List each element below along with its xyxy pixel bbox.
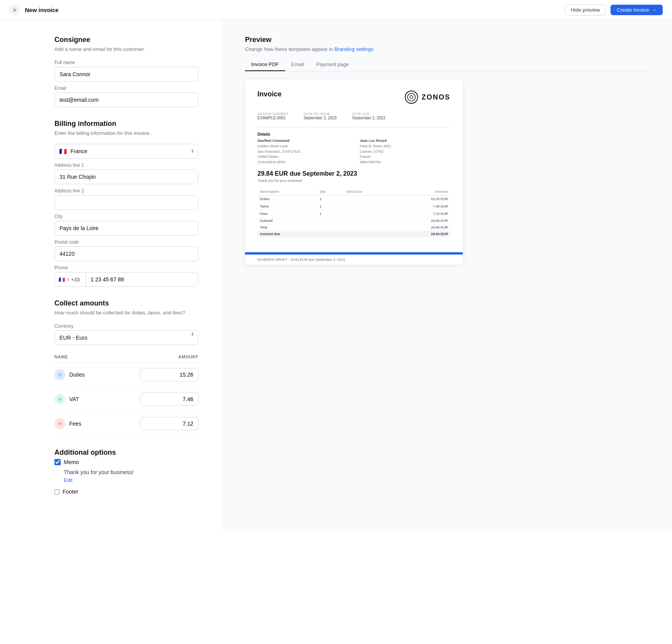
collect-desc: How much should be collected for duties,… (54, 310, 198, 316)
consignee-title: Consignee (54, 36, 198, 44)
address2-input[interactable] (54, 195, 198, 210)
create-invoice-button[interactable]: Create invoice → (611, 5, 663, 15)
fees-qty: 1 (317, 210, 344, 218)
currency-label: Currency (54, 323, 198, 329)
zonos-logo-icon (404, 90, 418, 104)
full-name-label: Full name (54, 60, 198, 65)
main-layout: Consignee Add a name and email for this … (0, 20, 672, 531)
email-input[interactable] (54, 92, 198, 107)
app-header: ✕ New invoice Hide preview Create invoic… (0, 0, 672, 20)
taxes-unit-price (344, 203, 396, 210)
country-select-wrapper: 🇫🇷 France ⬍ (54, 144, 198, 159)
bill-from-address: Golden Street LaneSan Francisco, 2743-27… (257, 144, 348, 165)
fees-row: ! Fees (54, 412, 198, 436)
collect-title: Collect amounts (54, 299, 198, 307)
total-label: Total (257, 224, 396, 231)
bill-from-label: Starfleet Command (257, 139, 348, 143)
city-label: City (54, 214, 198, 219)
additional-section: Additional options Memo Thank you for yo… (54, 449, 198, 495)
city-group: City (54, 214, 198, 236)
consignee-section: Consignee Add a name and email for this … (54, 36, 198, 107)
preview-desc: Change how these templates appear in Bra… (245, 46, 649, 52)
amount-col-header: AMOUNT (178, 354, 198, 359)
header-right: Hide preview Create invoice → (565, 4, 663, 16)
duties-label: Duties (69, 372, 85, 378)
tab-email[interactable]: Email (285, 58, 310, 71)
collect-section: Collect amounts How much should be colle… (54, 299, 198, 436)
table-row: Fees 1 7.12 EUR (257, 210, 450, 218)
tab-invoice-pdf[interactable]: Invoice PDF (245, 58, 285, 71)
desc-col-header: Description (257, 188, 317, 195)
fees-icon: ! (54, 418, 65, 429)
phone-flag: 🇫🇷 (59, 277, 65, 283)
duties-row-left: ↑ Duties (54, 369, 85, 380)
page-title: New invoice (25, 7, 59, 13)
billing-section: Billing information Enter the billing in… (54, 120, 198, 287)
invoice-details-cols: Starfleet Command Golden Street LaneSan … (257, 139, 450, 165)
invoice-number-label: Invoice number (257, 112, 288, 116)
footer-checkbox-row: Footer (54, 489, 198, 495)
vat-icon: ✓ (54, 394, 65, 405)
vat-row: ✓ VAT (54, 387, 198, 412)
right-panel: Preview Change how these templates appea… (222, 20, 672, 531)
memo-checkbox-row: Memo (54, 459, 198, 465)
billing-desc: Enter the billing information for this i… (54, 130, 198, 136)
hide-preview-button[interactable]: Hide preview (565, 4, 606, 16)
address1-input[interactable] (54, 169, 198, 184)
invoice-card-inner: Invoice ZONOS Invoice number (245, 79, 463, 252)
qty-col-header: Qty (317, 188, 344, 195)
tab-payment-page[interactable]: Payment page (310, 58, 355, 71)
postal-label: Postal code (54, 239, 198, 245)
invoice-number-group: Invoice number EXAMPLE-0001 (257, 112, 288, 120)
preview-tabs: Invoice PDF Email Payment page (245, 58, 649, 72)
invoice-thank-you: Thank you for your business! (257, 179, 450, 183)
invoice-due-label: Date due (352, 112, 385, 116)
phone-prefix[interactable]: 🇫🇷 ⬍ +33 (55, 273, 86, 286)
invoice-issue-value: September 2, 2023 (304, 116, 337, 120)
address2-label: Address line 2 (54, 188, 198, 194)
amount-due-value: 29.84 EUR (396, 231, 450, 237)
memo-checkbox-label[interactable]: Memo (64, 459, 79, 465)
branding-settings-link[interactable]: Branding settings (334, 46, 373, 52)
duties-amount: 15.26 EUR (396, 195, 450, 203)
phone-label: Phone (54, 265, 198, 271)
header-left: ✕ New invoice (9, 5, 59, 16)
total-value: 29.84 EUR (396, 224, 450, 231)
svg-point-6 (405, 91, 418, 103)
footer-checkbox-label[interactable]: Footer (63, 489, 78, 495)
currency-group: Currency EUR - Euro ⬍ (54, 323, 198, 345)
svg-text:!: ! (60, 422, 61, 426)
chevron-icon: ⬍ (66, 277, 70, 282)
city-input[interactable] (54, 221, 198, 236)
phone-input[interactable] (86, 272, 198, 286)
country-select[interactable]: France (54, 144, 198, 159)
close-button[interactable]: ✕ (9, 5, 20, 16)
edit-link[interactable]: Edit (64, 477, 72, 483)
amounts-table: NAME AMOUNT ↑ Duties (54, 351, 198, 436)
invoice-card-header: Invoice ZONOS (257, 90, 450, 104)
duties-amount-input[interactable] (140, 368, 198, 381)
fees-unit-price (344, 210, 396, 218)
invoice-issue-label: Date of issue (304, 112, 337, 116)
full-name-input[interactable] (54, 67, 198, 82)
invoice-amount-due-statement: 29.84 EUR due September 2, 2023 (257, 170, 450, 177)
address2-group: Address line 2 (54, 188, 198, 210)
footer-checkbox[interactable] (54, 489, 60, 494)
currency-select[interactable]: EUR - Euro (54, 330, 198, 345)
bill-to-address: Paris B, Room 3821Cannes, 07762France498… (360, 144, 450, 165)
postal-group: Postal code (54, 239, 198, 261)
fees-amount-input[interactable] (140, 417, 198, 430)
left-panel: Consignee Add a name and email for this … (0, 20, 222, 531)
zonos-text: ZONOS (422, 93, 450, 101)
address1-label: Address line 1 (54, 162, 198, 168)
postal-input[interactable] (54, 246, 198, 261)
invoice-word: Invoice (257, 90, 282, 98)
svg-text:✓: ✓ (58, 398, 61, 401)
invoice-details-section: Details Starfleet Command Golden Street … (257, 132, 450, 165)
vat-row-left: ✓ VAT (54, 394, 79, 405)
fees-amount: 7.12 EUR (396, 210, 450, 218)
duties-qty: 1 (317, 195, 344, 203)
vat-amount-input[interactable] (140, 393, 198, 406)
amount-due-label: Amount due (257, 231, 396, 237)
memo-checkbox[interactable] (54, 459, 61, 465)
